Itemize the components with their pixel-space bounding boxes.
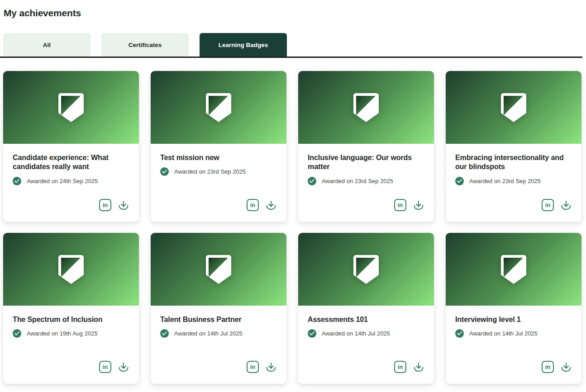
tab-learning-badges[interactable]: Learning Badges [200,33,287,57]
badge-card: The Spectrum of Inclusion Awarded on 19t… [3,233,139,384]
download-icon[interactable] [117,361,129,373]
download-icon[interactable] [412,361,424,373]
card-actions: in [542,361,572,373]
badge-card: Candidate experience: What candidates re… [3,71,139,222]
awarded-row: Awarded on 14th Jul 2025 [160,329,277,338]
card-body: Interviewing level 1 Awarded on 14th Jul… [446,306,581,384]
linkedin-label: in [250,202,256,208]
badge-title: Embracing intersectionality and our blin… [455,153,572,172]
download-icon[interactable] [560,199,572,211]
linkedin-share-icon[interactable]: in [247,199,259,211]
badge-title: The Spectrum of Inclusion [13,315,129,324]
linkedin-label: in [545,202,551,208]
card-body: Candidate experience: What candidates re… [3,144,139,222]
awarded-row: Awarded on 23rd Sep 2025 [308,177,424,185]
card-body: Talent Business Partner Awarded on 14th … [151,306,286,384]
badge-banner [3,233,139,306]
linkedin-label: in [250,364,256,370]
card-actions: in [542,199,572,211]
shield-badge-icon [58,93,84,123]
check-icon [13,329,21,338]
card-body: Embracing intersectionality and our blin… [446,144,581,222]
linkedin-share-icon[interactable]: in [99,361,111,373]
badge-card: Embracing intersectionality and our blin… [446,71,581,222]
card-actions: in [247,361,277,373]
awarded-date: Awarded on 14th Jul 2025 [469,330,538,337]
card-body: Inclusive language: Our words matter Awa… [298,144,434,222]
check-icon [308,329,316,338]
awarded-row: Awarded on 23rd Sep 2025 [160,167,277,176]
badge-card: Test mission new Awarded on 23rd Sep 202… [151,71,286,222]
download-icon[interactable] [265,199,277,211]
card-actions: in [99,199,129,211]
badge-grid: Candidate experience: What candidates re… [3,71,583,384]
card-actions: in [247,199,277,211]
awarded-date: Awarded on 24th Sep 2025 [27,178,98,184]
badge-banner [151,233,286,306]
linkedin-share-icon[interactable]: in [542,199,554,211]
shield-badge-icon [353,255,379,284]
badge-card: Assessments 101 Awarded on 14th Jul 2025… [298,233,434,384]
badge-title: Assessments 101 [308,315,424,324]
shield-badge-icon [500,93,527,123]
badge-title: Inclusive language: Our words matter [308,153,424,172]
card-body: Assessments 101 Awarded on 14th Jul 2025… [298,306,434,384]
awarded-row: Awarded on 24th Sep 2025 [13,177,129,185]
linkedin-label: in [398,364,403,370]
tab-certificates[interactable]: Certificates [101,33,189,57]
shield-badge-icon [205,255,232,284]
card-actions: in [99,361,129,373]
awarded-row: Awarded on 14th Jul 2025 [308,329,424,338]
download-icon[interactable] [265,361,277,373]
tab-all[interactable]: All [3,33,91,57]
badge-banner [298,71,434,144]
download-icon[interactable] [117,199,129,211]
awarded-date: Awarded on 14th Jul 2025 [322,330,390,337]
badge-title: Candidate experience: What candidates re… [13,153,129,172]
linkedin-label: in [103,364,108,370]
check-icon [160,329,169,338]
check-icon [13,177,21,185]
page-title: My achievements [4,7,586,19]
achievements-page: My achievements All Certificates Learnin… [0,7,586,384]
shield-badge-icon [205,93,232,123]
check-icon [160,167,169,176]
shield-badge-icon [500,255,527,284]
card-actions: in [394,199,424,211]
linkedin-label: in [103,202,108,208]
linkedin-share-icon[interactable]: in [542,361,554,373]
awarded-row: Awarded on 19th Aug 2025 [13,329,129,338]
card-body: The Spectrum of Inclusion Awarded on 19t… [3,306,139,384]
badge-card: Talent Business Partner Awarded on 14th … [151,233,286,384]
badge-banner [298,233,434,306]
download-icon[interactable] [412,199,424,211]
linkedin-share-icon[interactable]: in [394,199,406,211]
badge-banner [151,71,286,144]
linkedin-share-icon[interactable]: in [99,199,111,211]
badge-card: Inclusive language: Our words matter Awa… [298,71,434,222]
badge-banner [446,71,581,144]
awarded-row: Awarded on 14th Jul 2025 [455,329,572,338]
badge-title: Interviewing level 1 [455,315,572,324]
linkedin-label: in [398,202,403,208]
shield-badge-icon [58,255,84,284]
badge-card: Interviewing level 1 Awarded on 14th Jul… [446,233,581,384]
badge-title: Test mission new [160,153,277,162]
badge-banner [446,233,581,306]
awarded-date: Awarded on 14th Jul 2025 [174,330,243,337]
card-body: Test mission new Awarded on 23rd Sep 202… [151,144,286,222]
linkedin-share-icon[interactable]: in [394,361,406,373]
badge-banner [3,71,139,144]
awarded-date: Awarded on 23rd Sep 2025 [469,178,541,184]
awarded-row: Awarded on 23rd Sep 2025 [455,177,572,185]
tab-bar: All Certificates Learning Badges [0,33,582,58]
card-actions: in [394,361,424,373]
shield-badge-icon [353,93,379,123]
check-icon [308,177,316,185]
linkedin-share-icon[interactable]: in [247,361,259,373]
badge-title: Talent Business Partner [160,315,277,324]
linkedin-label: in [545,364,551,370]
awarded-date: Awarded on 19th Aug 2025 [27,330,98,337]
download-icon[interactable] [560,361,572,373]
awarded-date: Awarded on 23rd Sep 2025 [174,168,246,175]
